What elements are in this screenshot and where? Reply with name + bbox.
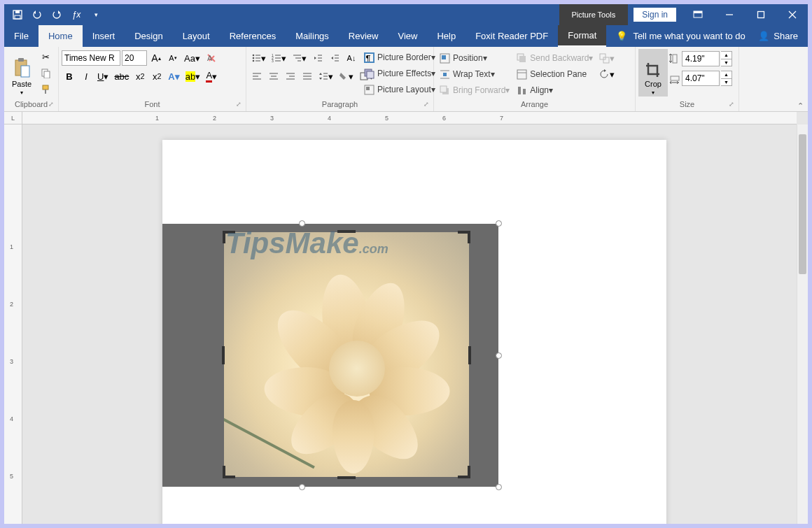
tab-view[interactable]: View — [388, 25, 427, 47]
horizontal-ruler[interactable]: 1 2 3 4 5 6 7 — [22, 112, 797, 124]
size-expand-icon[interactable]: ⤢ — [729, 99, 734, 109]
tab-layout[interactable]: Layout — [173, 25, 220, 47]
font-group-label: Font — [144, 100, 160, 108]
font-name-input[interactable] — [62, 50, 120, 66]
tab-format[interactable]: Format — [558, 25, 606, 47]
tab-file[interactable]: File — [4, 25, 38, 47]
collapse-ribbon-icon[interactable]: ⌃ — [797, 101, 804, 110]
shrink-font-icon[interactable]: A▾ — [165, 50, 181, 66]
vertical-scrollbar[interactable] — [797, 124, 808, 524]
ribbon-display-icon[interactable] — [682, 4, 713, 25]
bullets-icon[interactable]: ▾ — [249, 50, 268, 66]
sort-icon[interactable]: A↓ — [344, 50, 359, 66]
minimize-icon[interactable] — [713, 4, 745, 25]
save-icon[interactable] — [8, 4, 27, 25]
vertical-ruler[interactable]: 1 2 3 4 5 — [4, 124, 22, 524]
underline-icon[interactable]: U▾ — [95, 69, 111, 84]
numbering-icon[interactable]: 123▾ — [270, 50, 288, 66]
crop-handle-r[interactable] — [468, 346, 471, 364]
multilevel-list-icon[interactable]: ▾ — [290, 50, 309, 66]
increase-indent-icon[interactable] — [327, 50, 342, 66]
highlight-icon[interactable]: ab▾ — [183, 69, 202, 84]
shading-icon[interactable]: ▾ — [337, 69, 356, 84]
share-label: Share — [774, 31, 798, 41]
tab-foxit[interactable]: Foxit Reader PDF — [465, 25, 558, 47]
share-button[interactable]: 👤 Share — [748, 25, 808, 47]
redo-icon[interactable] — [48, 4, 66, 25]
bold-icon[interactable]: B — [62, 69, 77, 84]
paragraph-expand-icon[interactable]: ⤢ — [424, 99, 429, 109]
superscript-icon[interactable]: x2 — [149, 69, 164, 84]
crop-handle-b[interactable] — [337, 476, 356, 479]
document-canvas[interactable]: TipsMake.com — [22, 124, 797, 524]
tell-me-search[interactable]: 💡 Tell me what you want to do — [606, 25, 748, 47]
crop-handle-l[interactable] — [222, 346, 225, 364]
tab-references[interactable]: References — [220, 25, 286, 47]
picture-layout-button[interactable]: Picture Layout ▾ — [361, 82, 438, 97]
undo-icon[interactable] — [28, 4, 46, 25]
group-icon[interactable]: ▾ — [597, 50, 617, 66]
clear-formatting-icon[interactable]: A — [204, 50, 219, 66]
justify-icon[interactable] — [300, 69, 315, 84]
cut-icon[interactable]: ✂ — [38, 49, 53, 64]
scroll-thumb[interactable] — [799, 134, 806, 274]
align-right-icon[interactable] — [283, 69, 298, 84]
qat-customize-icon[interactable]: ▾ — [87, 4, 105, 25]
crop-handle-tr[interactable] — [458, 231, 470, 243]
sel-handle-r[interactable] — [496, 352, 502, 359]
line-spacing-icon[interactable]: ▾ — [316, 69, 335, 84]
sel-handle-t[interactable] — [299, 220, 305, 227]
formula-icon[interactable]: ƒx — [67, 4, 85, 25]
tab-help[interactable]: Help — [427, 25, 465, 47]
sel-handle-b[interactable] — [299, 484, 305, 490]
width-spinner[interactable]: ▲▼ — [721, 71, 732, 86]
copy-icon[interactable] — [38, 65, 53, 80]
send-backward-button[interactable]: Send Backward ▾ — [514, 50, 596, 66]
selection-pane-button[interactable]: Selection Pane — [514, 66, 596, 82]
tab-insert[interactable]: Insert — [83, 25, 125, 47]
wrap-text-button[interactable]: Wrap Text ▾ — [437, 66, 512, 82]
svg-rect-13 — [44, 71, 50, 78]
tab-design[interactable]: Design — [125, 25, 172, 47]
clipboard-expand-icon[interactable]: ⤢ — [48, 99, 54, 109]
tab-home[interactable]: Home — [38, 25, 83, 47]
align-center-icon[interactable] — [266, 69, 281, 84]
grow-font-icon[interactable]: A▴ — [148, 50, 164, 66]
maximize-icon[interactable] — [745, 4, 776, 25]
tab-mailings[interactable]: Mailings — [286, 25, 339, 47]
align-left-icon[interactable] — [249, 69, 265, 84]
arrange-group-label: Arrange — [521, 100, 548, 108]
format-painter-icon[interactable] — [38, 81, 53, 97]
font-color-icon[interactable]: A▾ — [204, 69, 219, 84]
position-button[interactable]: Position ▾ — [437, 50, 512, 66]
align-button[interactable]: Align ▾ — [514, 83, 596, 98]
tab-review[interactable]: Review — [339, 25, 388, 47]
crop-button[interactable]: Crop ▾ — [638, 49, 668, 97]
picture-border-button[interactable]: Picture Border ▾ — [361, 50, 438, 65]
change-case-icon[interactable]: Aa▾ — [182, 50, 202, 66]
ruler-corner[interactable]: L — [4, 112, 22, 124]
close-icon[interactable] — [776, 4, 808, 25]
svg-rect-60 — [442, 55, 446, 59]
rotate-icon[interactable]: ▾ — [597, 66, 617, 82]
font-size-input[interactable] — [122, 50, 147, 66]
text-effects-icon[interactable]: A▾ — [166, 69, 181, 84]
font-expand-icon[interactable]: ⤢ — [236, 99, 241, 109]
sel-handle-tr[interactable] — [496, 220, 502, 227]
picture-effects-button[interactable]: Picture Effects ▾ — [361, 66, 438, 81]
bring-forward-button[interactable]: Bring Forward ▾ — [437, 83, 512, 98]
crop-handle-bl[interactable] — [223, 466, 235, 478]
subscript-icon[interactable]: x2 — [132, 69, 148, 84]
italic-icon[interactable]: I — [78, 69, 94, 84]
picture-selection[interactable]: TipsMake.com — [162, 224, 498, 487]
svg-text:3: 3 — [272, 59, 274, 63]
height-spinner[interactable]: ▲▼ — [721, 51, 732, 66]
sel-handle-br[interactable] — [496, 484, 502, 490]
height-input[interactable] — [682, 51, 720, 66]
paste-button[interactable]: Paste ▾ — [7, 49, 36, 97]
strikethrough-icon[interactable]: abc — [112, 69, 131, 84]
width-input[interactable] — [682, 71, 720, 86]
crop-handle-br[interactable] — [458, 466, 470, 478]
sign-in-button[interactable]: Sign in — [634, 8, 676, 22]
decrease-indent-icon[interactable] — [310, 50, 326, 66]
